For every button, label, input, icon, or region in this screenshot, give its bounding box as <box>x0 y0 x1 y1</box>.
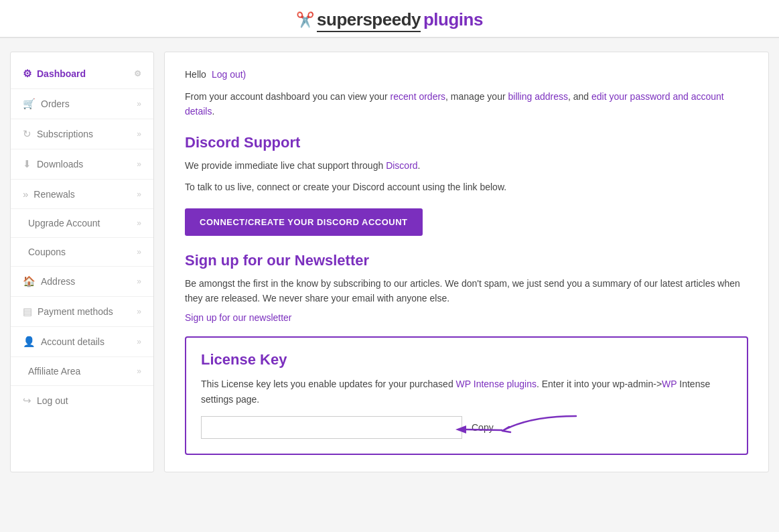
discord-text2: To talk to us live, connect or create yo… <box>185 180 748 194</box>
sidebar-label-orders: Orders <box>41 98 70 109</box>
svg-line-1 <box>466 429 502 430</box>
logo-text-purple: plugins <box>423 9 483 30</box>
sidebar-label-payment: Payment methods <box>38 306 113 317</box>
wp-intense-settings-link[interactable]: WP <box>662 379 677 389</box>
license-key-input[interactable] <box>201 416 462 439</box>
sidebar-item-account-details[interactable]: 👤 Account details » <box>11 327 153 357</box>
sidebar-label-affiliate: Affiliate Area <box>28 366 80 377</box>
account-description: From your account dashboard you can view… <box>185 89 748 119</box>
site-header: ✂️ superspeedy plugins <box>0 0 779 38</box>
downloads-chevron: » <box>137 159 141 169</box>
sidebar-item-dashboard[interactable]: ⚙ Dashboard ⚙ <box>11 59 153 89</box>
sidebar-label-address: Address <box>41 276 75 287</box>
dashboard-chevron: ⚙ <box>134 69 141 78</box>
address-icon: 🏠 <box>23 275 36 287</box>
copy-arrow <box>449 411 583 438</box>
sidebar-item-coupons[interactable]: Coupons » <box>11 238 153 267</box>
coupons-chevron: » <box>137 247 141 257</box>
logo-text-regular: superspeedy <box>317 9 421 30</box>
main-container: ⚙ Dashboard ⚙ 🛒 Orders » ↻ Subscriptions… <box>0 52 779 472</box>
main-content: Hello Log out) From your account dashboa… <box>164 52 769 472</box>
payment-icon: ▤ <box>23 306 32 318</box>
sidebar-item-downloads[interactable]: ⬇ Downloads » <box>11 149 153 180</box>
wp-intense-plugins-link[interactable]: WP Intense plugins <box>456 379 537 389</box>
sidebar-label-upgrade: Upgrade Account <box>28 218 100 228</box>
subscriptions-chevron: » <box>137 129 141 139</box>
edit-password-link[interactable]: edit your password and account details <box>185 91 724 117</box>
renewals-chevron: » <box>137 190 141 199</box>
sidebar-item-renewals[interactable]: » Renewals » <box>11 180 153 209</box>
sidebar-label-account: Account details <box>41 336 104 347</box>
renewals-icon: » <box>23 188 28 200</box>
discord-link[interactable]: Discord <box>386 160 417 171</box>
affiliate-chevron: » <box>137 367 141 376</box>
license-title: License Key <box>201 351 732 369</box>
recent-orders-link[interactable]: recent orders <box>391 91 445 102</box>
logo-icon: ✂️ <box>296 11 314 29</box>
logout-link[interactable]: Log out) <box>212 69 246 80</box>
newsletter-text: Be amongst the first in the know by subs… <box>185 276 748 306</box>
sidebar-item-payment[interactable]: ▤ Payment methods » <box>11 297 153 327</box>
sidebar-item-address[interactable]: 🏠 Address » <box>11 267 153 297</box>
account-icon: 👤 <box>23 336 36 348</box>
sidebar-label-renewals: Renewals <box>33 189 74 200</box>
sidebar-item-orders[interactable]: 🛒 Orders » <box>11 89 153 119</box>
discord-button[interactable]: CONNECT/CREATE YOUR DISCORD ACCOUNT <box>185 208 423 236</box>
sidebar-label-coupons: Coupons <box>28 247 66 257</box>
dashboard-icon: ⚙ <box>23 68 31 80</box>
logo: ✂️ superspeedy plugins <box>296 9 483 30</box>
sidebar-item-subscriptions[interactable]: ↻ Subscriptions » <box>11 119 153 149</box>
subscriptions-icon: ↻ <box>23 128 31 140</box>
sidebar-label-downloads: Downloads <box>37 159 83 170</box>
discord-text1: We provide immediate live chat support t… <box>185 158 748 173</box>
downloads-icon: ⬇ <box>23 158 31 170</box>
discord-title: Discord Support <box>185 134 748 151</box>
sidebar: ⚙ Dashboard ⚙ 🛒 Orders » ↻ Subscriptions… <box>10 52 154 472</box>
orders-chevron: » <box>137 99 141 109</box>
sidebar-item-affiliate[interactable]: Affiliate Area » <box>11 357 153 386</box>
orders-icon: 🛒 <box>23 98 36 110</box>
newsletter-title: Sign up for our Newsletter <box>185 252 748 269</box>
license-desc: This License key lets you enable updates… <box>201 377 732 407</box>
hello-line: Hello Log out) <box>185 69 748 80</box>
sidebar-item-upgrade-account[interactable]: Upgrade Account » <box>11 209 153 238</box>
hello-label: Hello <box>185 69 206 80</box>
sidebar-label-subscriptions: Subscriptions <box>37 129 93 139</box>
sidebar-label-dashboard: Dashboard <box>37 68 86 79</box>
billing-address-link[interactable]: billing address <box>508 91 568 102</box>
license-input-row: Copy <box>201 416 732 439</box>
address-chevron: » <box>137 277 141 286</box>
account-chevron: » <box>137 337 141 346</box>
upgrade-chevron: » <box>137 218 141 228</box>
sidebar-label-logout: Log out <box>37 395 68 406</box>
sidebar-item-logout[interactable]: ↪ Log out <box>11 386 153 415</box>
license-key-box: License Key This License key lets you en… <box>185 336 748 455</box>
payment-chevron: » <box>137 307 141 316</box>
svg-marker-0 <box>455 425 466 434</box>
newsletter-link[interactable]: Sign up for our newsletter <box>185 312 748 323</box>
logout-icon: ↪ <box>23 395 31 407</box>
